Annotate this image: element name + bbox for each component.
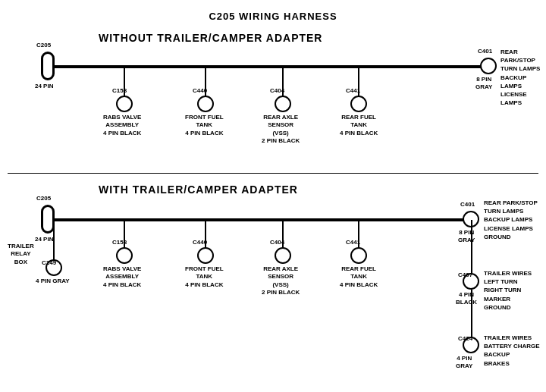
c401-2-label: C401 bbox=[460, 201, 475, 209]
c401-2-sublabel: 8 PINGRAY bbox=[458, 229, 475, 245]
c205-1-sublabel: 24 PIN bbox=[35, 83, 53, 90]
vline-c407-to-c424 bbox=[471, 290, 472, 338]
vline-trailer-relay bbox=[53, 220, 55, 262]
c158-2-label: C158 bbox=[112, 239, 127, 246]
c424-right-text: TRAILER WIRESBATTERY CHARGEBACKUPBRAKES bbox=[484, 334, 540, 368]
page-title: C205 WIRING HARNESS bbox=[0, 5, 546, 22]
diagram-area: C205 WIRING HARNESS WITHOUT TRAILER/CAMP… bbox=[0, 0, 546, 372]
c149-sublabel: 4 PIN GRAY bbox=[36, 278, 70, 285]
c404-1-sublabel: REAR AXLESENSOR(VSS)2 PIN BLACK bbox=[262, 114, 300, 146]
trailer-relay-label: TRAILERRELAYBOX bbox=[8, 243, 34, 266]
c401-1-label: C401 bbox=[478, 48, 492, 55]
section-divider bbox=[8, 173, 538, 174]
c401-2-right-text: REAR PARK/STOPTURN LAMPSBACKUP LAMPSLICE… bbox=[484, 199, 538, 241]
c440-2-label: C440 bbox=[193, 239, 207, 246]
c158-2-connector bbox=[116, 247, 133, 264]
c440-1-label: C440 bbox=[193, 87, 207, 95]
c404-1-label: C404 bbox=[270, 87, 284, 95]
c440-1-connector bbox=[197, 96, 214, 112]
c404-2-sublabel: REAR AXLESENSOR(VSS)2 PIN BLACK bbox=[262, 265, 300, 297]
c205-2-label: C205 bbox=[36, 195, 51, 202]
c407-sublabel: 4 PINBLACK bbox=[456, 291, 477, 307]
c424-sublabel: 4 PINGRAY bbox=[456, 355, 472, 371]
c205-2-sublabel: 24 PIN bbox=[35, 236, 53, 243]
c440-1-sublabel: FRONT FUELTANK4 PIN BLACK bbox=[185, 114, 224, 137]
hline-1 bbox=[52, 65, 490, 68]
hline-2 bbox=[52, 218, 472, 221]
vline-c401-to-c407 bbox=[471, 220, 472, 274]
c158-1-connector bbox=[116, 96, 133, 112]
c401-1-sublabel: 8 PINGRAY bbox=[475, 76, 492, 92]
c440-2-sublabel: FRONT FUELTANK4 PIN BLACK bbox=[185, 265, 224, 289]
c404-2-connector bbox=[275, 247, 291, 264]
c401-1-right-text: REAR PARK/STOPTURN LAMPSBACKUP LAMPSLICE… bbox=[500, 48, 546, 107]
c441-1-connector bbox=[350, 96, 367, 112]
c205-1-label: C205 bbox=[36, 42, 51, 49]
c404-1-connector bbox=[275, 96, 291, 112]
c424-label: C424 bbox=[458, 335, 472, 343]
c158-1-label: C158 bbox=[112, 87, 127, 95]
c441-2-label: C441 bbox=[346, 239, 360, 246]
section1-title: WITHOUT TRAILER/CAMPER ADAPTER bbox=[99, 32, 322, 44]
c205-1-connector bbox=[41, 52, 55, 80]
c149-label: C149 bbox=[42, 259, 56, 267]
c440-2-connector bbox=[197, 247, 214, 264]
c407-label: C407 bbox=[458, 271, 472, 279]
c158-1-sublabel: RABS VALVEASSEMBLY4 PIN BLACK bbox=[103, 114, 141, 137]
c404-2-label: C404 bbox=[270, 239, 284, 246]
c441-2-connector bbox=[350, 247, 367, 264]
c441-2-sublabel: REAR FUELTANK4 PIN BLACK bbox=[340, 265, 378, 289]
c407-right-text: TRAILER WIRESLEFT TURNRIGHT TURNMARKERGR… bbox=[484, 269, 532, 312]
c401-1-connector bbox=[480, 58, 497, 74]
section2-title: WITH TRAILER/CAMPER ADAPTER bbox=[99, 183, 298, 196]
c441-1-sublabel: REAR FUELTANK4 PIN BLACK bbox=[340, 114, 378, 137]
c158-2-sublabel: RABS VALVEASSEMBLY4 PIN BLACK bbox=[103, 265, 141, 289]
c441-1-label: C441 bbox=[346, 87, 360, 95]
